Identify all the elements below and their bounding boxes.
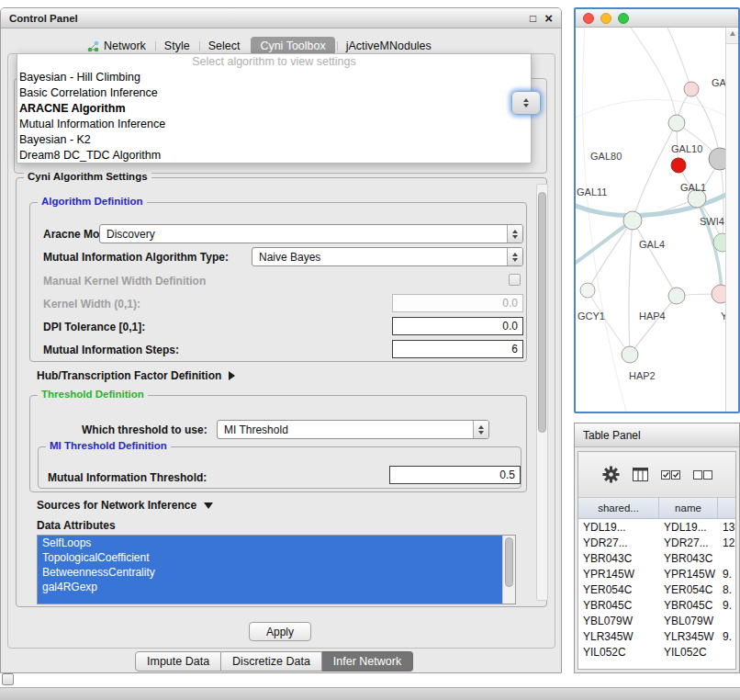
network-edge[interactable] bbox=[667, 28, 691, 89]
algorithm-option-aracne-algorithm[interactable]: ARACNE Algorithm bbox=[17, 101, 531, 117]
network-node[interactable] bbox=[580, 283, 595, 298]
table-panel-titlebar[interactable]: Table Panel bbox=[575, 423, 739, 447]
mi-algorithm-type-combo[interactable]: Naive Bayes bbox=[252, 247, 523, 266]
network-node[interactable] bbox=[668, 115, 685, 131]
apply-button[interactable]: Apply bbox=[249, 622, 311, 641]
network-node[interactable] bbox=[684, 82, 699, 96]
table-row[interactable]: YLR345WYLR345W9. bbox=[578, 628, 735, 644]
network-edge[interactable] bbox=[631, 28, 677, 123]
manual-kernel-width-label: Manual Kernel Width Definition bbox=[43, 275, 206, 288]
network-node-label: GAL80 bbox=[590, 151, 622, 162]
settings-vertical-scrollbar[interactable] bbox=[536, 184, 548, 601]
network-edge[interactable] bbox=[633, 220, 677, 296]
network-window-titlebar[interactable] bbox=[576, 9, 738, 28]
hub-definition-label: Hub/Transcription Factor Definition bbox=[37, 369, 221, 382]
table-row[interactable]: YBR045CYBR045C9. bbox=[578, 597, 735, 613]
network-canvas[interactable]: GALGAL80GAL10GAL11GAL1SWI4GAL4GCY1HAP4YH… bbox=[576, 28, 726, 412]
select-all-checkboxes-icon[interactable] bbox=[661, 470, 680, 480]
column-header-extra[interactable] bbox=[718, 498, 735, 518]
table-row[interactable]: YER054CYER054C8. bbox=[578, 581, 735, 597]
algorithm-option-bayesian-hill-climbing[interactable]: Bayesian - Hill Climbing bbox=[17, 70, 531, 85]
float-window-icon[interactable]: □ bbox=[530, 13, 536, 24]
mi-threshold-field[interactable]: 0.5 bbox=[389, 466, 521, 484]
algorithm-dropdown-list: Bayesian - Hill ClimbingBasic Correlatio… bbox=[17, 70, 531, 164]
algorithm-option-bayesian-k2[interactable]: Bayesian - K2 bbox=[17, 132, 531, 148]
table-cell: YBR043C bbox=[659, 552, 718, 565]
network-edge[interactable] bbox=[630, 296, 677, 355]
tab-impute-data[interactable]: Impute Data bbox=[135, 651, 221, 672]
network-node[interactable] bbox=[712, 285, 726, 303]
column-header-shared[interactable]: shared... bbox=[578, 498, 659, 518]
table-row[interactable]: YDL19...YDL19...13 bbox=[578, 519, 735, 535]
network-edge[interactable] bbox=[633, 123, 677, 220]
tab-label: Select bbox=[208, 40, 241, 52]
close-window-icon[interactable]: × bbox=[544, 11, 553, 25]
dpi-tolerance-field[interactable]: 0.0 bbox=[392, 317, 523, 335]
data-attributes-listbox[interactable]: SelfLoopsTopologicalCoefficientBetweenne… bbox=[37, 535, 516, 604]
table-row[interactable]: YBR043CYBR043C bbox=[578, 550, 735, 566]
tab-select[interactable]: Select bbox=[199, 37, 250, 55]
control-panel-titlebar[interactable]: Control Panel □ × bbox=[1, 8, 561, 28]
column-layout-icon[interactable] bbox=[633, 468, 648, 481]
table-row[interactable]: YDR27...YDR27...12 bbox=[578, 535, 735, 550]
tab-discretize-data[interactable]: Discretize Data bbox=[221, 651, 322, 672]
mi-steps-field[interactable]: 6 bbox=[392, 340, 523, 358]
network-edge[interactable] bbox=[582, 28, 626, 412]
column-header-name[interactable]: name bbox=[659, 498, 718, 518]
algorithm-option-mutual-information-inference[interactable]: Mutual Information Inference bbox=[17, 117, 531, 132]
algorithm-combo-stepper[interactable] bbox=[511, 91, 541, 115]
network-edge[interactable] bbox=[588, 290, 630, 355]
tab-style[interactable]: Style bbox=[155, 37, 199, 55]
attribute-item-betweennesscentrality[interactable]: BetweennessCentrality bbox=[38, 565, 503, 580]
algorithm-option-dream8-dc-tdc-algorithm[interactable]: Dream8 DC_TDC Algorithm bbox=[17, 148, 531, 164]
which-threshold-combo[interactable]: MI Threshold bbox=[217, 420, 489, 439]
network-vertical-scrollbar[interactable] bbox=[725, 28, 738, 412]
stepper-up-icon bbox=[523, 98, 529, 102]
control-panel-window: Control Panel □ × NetworkStyleSelectCyni… bbox=[0, 7, 562, 673]
control-panel-bottom-tabs: Impute DataDiscretize DataInfer Network bbox=[135, 651, 413, 672]
algorithm-option-basic-correlation-inference[interactable]: Basic Correlation Inference bbox=[17, 85, 531, 101]
algorithm-dropdown-placeholder: Select algorithm to view settings bbox=[17, 54, 531, 70]
table-cell: YER054C bbox=[578, 583, 659, 596]
minimize-traffic-light-icon[interactable] bbox=[600, 13, 611, 24]
kernel-width-field[interactable]: 0.0 bbox=[392, 294, 523, 312]
network-edge[interactable] bbox=[576, 220, 633, 263]
attribute-item-gal4rgexp[interactable]: gal4RGexp bbox=[38, 580, 503, 594]
list-vertical-scrollbar[interactable] bbox=[502, 536, 515, 604]
network-svg[interactable]: GALGAL80GAL10GAL11GAL1SWI4GAL4GCY1HAP4YH… bbox=[576, 28, 726, 412]
settings-scrollbar-thumb[interactable] bbox=[538, 192, 546, 433]
aracne-mode-combo[interactable]: Discovery bbox=[99, 224, 523, 243]
settings-gear-icon[interactable] bbox=[602, 466, 620, 483]
network-node[interactable] bbox=[622, 346, 638, 363]
mi-threshold-definition-group: MI Threshold Definition Mutual Informati… bbox=[38, 446, 521, 489]
mi-steps-label: Mutual Information Steps: bbox=[43, 344, 179, 356]
tab-infer-network[interactable]: Infer Network bbox=[322, 651, 413, 672]
minimized-window-icon[interactable] bbox=[2, 673, 14, 685]
list-scrollbar-thumb[interactable] bbox=[505, 537, 513, 587]
attribute-item-partial[interactable] bbox=[38, 594, 503, 604]
cyni-algorithm-settings-group: Cyni Algorithm Settings Algorithm Defini… bbox=[16, 177, 547, 607]
network-node[interactable] bbox=[623, 211, 642, 230]
table-row[interactable]: YPR145WYPR145W9. bbox=[578, 566, 735, 581]
network-node[interactable] bbox=[709, 148, 726, 170]
table-cell: YBL079W bbox=[659, 615, 718, 627]
deselect-all-checkboxes-icon[interactable] bbox=[693, 470, 712, 480]
manual-kernel-width-checkbox[interactable] bbox=[509, 274, 521, 286]
table-row[interactable]: YBL079WYBL079W bbox=[578, 613, 735, 628]
tab-network[interactable]: Network bbox=[78, 37, 155, 55]
network-node[interactable] bbox=[668, 288, 685, 304]
tab-jactivemnodules[interactable]: jActiveMNodules bbox=[337, 37, 441, 55]
network-edge[interactable] bbox=[629, 220, 633, 355]
network-edge[interactable] bbox=[588, 220, 633, 290]
tab-cyni-toolbox[interactable]: Cyni Toolbox bbox=[251, 37, 334, 55]
zoom-traffic-light-icon[interactable] bbox=[618, 13, 629, 24]
hub-definition-expander[interactable]: Hub/Transcription Factor Definition bbox=[37, 369, 235, 382]
scroll-up-icon[interactable] bbox=[726, 31, 738, 44]
sources-expander[interactable]: Sources for Network Inference bbox=[37, 499, 213, 512]
network-edge[interactable] bbox=[720, 159, 723, 243]
attribute-item-selfloops[interactable]: SelfLoops bbox=[38, 536, 503, 550]
table-row[interactable]: YIL052CYIL052C bbox=[578, 644, 735, 660]
close-traffic-light-icon[interactable] bbox=[583, 13, 594, 24]
network-node[interactable] bbox=[671, 158, 686, 173]
attribute-item-topologicalcoefficient[interactable]: TopologicalCoefficient bbox=[38, 550, 503, 565]
